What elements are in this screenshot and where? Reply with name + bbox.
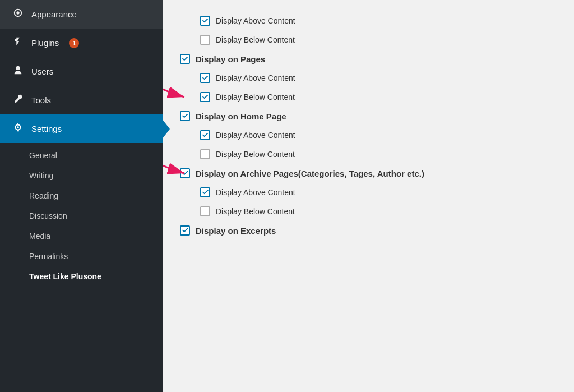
settings-icon xyxy=(11,122,25,135)
sidebar-nav-item-appearance[interactable]: Appearance xyxy=(0,0,163,29)
checkbox-display-above-content-3[interactable] xyxy=(200,130,210,140)
label-display-on-home-page: Display on Home Page xyxy=(196,112,286,121)
checkbox-display-above-content-1[interactable] xyxy=(200,16,210,26)
sidebar-nav-item-users[interactable]: Users xyxy=(0,57,163,86)
plugins-badge: 1 xyxy=(69,38,79,48)
svg-point-0 xyxy=(16,11,19,14)
sidebar-nav-label-appearance: Appearance xyxy=(31,10,77,19)
checkbox-display-below-content-3[interactable] xyxy=(200,149,210,159)
sidebar-sub-item-writing[interactable]: Writing xyxy=(0,165,163,186)
sidebar-nav-item-settings[interactable]: Settings xyxy=(0,114,163,143)
label-display-on-archive: Display on Archive Pages(Categories, Tag… xyxy=(196,169,424,178)
label-display-above-content-3: Display Above Content xyxy=(216,131,295,140)
label-display-on-pages: Display on Pages xyxy=(196,54,265,64)
sidebar-nav-label-tools: Tools xyxy=(31,95,51,105)
row-display-on-home-page: Display on Home Page xyxy=(180,107,557,126)
row-display-above-content-2: Display Above Content xyxy=(180,68,557,87)
checkbox-display-above-content-4[interactable] xyxy=(200,187,210,197)
tools-icon xyxy=(11,94,25,107)
checkbox-display-below-content-1[interactable] xyxy=(200,35,210,45)
sidebar-sub-item-media[interactable]: Media xyxy=(0,226,163,246)
sidebar-sub-item-tweet-like-plusone[interactable]: Tweet Like Plusone xyxy=(0,266,163,287)
row-display-above-content-4: Display Above Content xyxy=(180,183,557,202)
row-display-below-content-3: Display Below Content xyxy=(180,145,557,164)
row-display-above-content-3: Display Above Content xyxy=(180,126,557,145)
label-display-below-content-4: Display Below Content xyxy=(216,207,295,216)
appearance-icon xyxy=(11,8,25,21)
main-content: Display Above ContentDisplay Below Conte… xyxy=(163,0,574,392)
checkbox-display-on-home-page[interactable] xyxy=(180,111,190,121)
plugins-icon xyxy=(11,36,25,49)
sidebar-nav-label-settings: Settings xyxy=(31,124,62,133)
sidebar: AppearancePlugins1UsersToolsSettings Gen… xyxy=(0,0,163,392)
label-display-below-content-1: Display Below Content xyxy=(216,35,295,44)
row-display-on-excerpts: Display on Excerpts xyxy=(180,221,557,240)
row-display-on-pages: Display on Pages xyxy=(180,49,557,68)
label-display-below-content-3: Display Below Content xyxy=(216,150,295,159)
label-display-above-content-1: Display Above Content xyxy=(216,16,295,25)
checkbox-display-below-content-4[interactable] xyxy=(200,206,210,216)
checkbox-display-above-content-2[interactable] xyxy=(200,73,210,83)
label-display-on-excerpts: Display on Excerpts xyxy=(196,226,276,236)
checkbox-display-on-excerpts[interactable] xyxy=(180,225,190,236)
sidebar-sub-item-discussion[interactable]: Discussion xyxy=(0,206,163,226)
row-display-below-content-2: Display Below Content xyxy=(180,87,557,107)
checkbox-display-on-pages[interactable] xyxy=(180,54,190,64)
sidebar-nav-item-plugins[interactable]: Plugins1 xyxy=(0,29,163,57)
sidebar-sub-item-reading[interactable]: Reading xyxy=(0,186,163,206)
row-display-on-archive: Display on Archive Pages(Categories, Tag… xyxy=(180,164,557,183)
sidebar-nav-item-tools[interactable]: Tools xyxy=(0,86,163,114)
row-display-above-content-1: Display Above Content xyxy=(180,11,557,30)
checkbox-display-on-archive[interactable] xyxy=(180,168,190,178)
row-display-below-content-4: Display Below Content xyxy=(180,202,557,221)
label-display-above-content-2: Display Above Content xyxy=(216,73,295,82)
checkbox-display-below-content-2[interactable] xyxy=(200,92,210,102)
sidebar-sub-item-general[interactable]: General xyxy=(0,145,163,165)
users-icon xyxy=(11,65,25,78)
label-display-above-content-4: Display Above Content xyxy=(216,188,295,197)
sidebar-nav-label-users: Users xyxy=(31,67,53,76)
sidebar-sub-item-permalinks[interactable]: Permalinks xyxy=(0,246,163,266)
sidebar-nav-label-plugins: Plugins xyxy=(31,38,59,48)
label-display-below-content-2: Display Below Content xyxy=(216,93,295,102)
row-display-below-content-1: Display Below Content xyxy=(180,30,557,49)
